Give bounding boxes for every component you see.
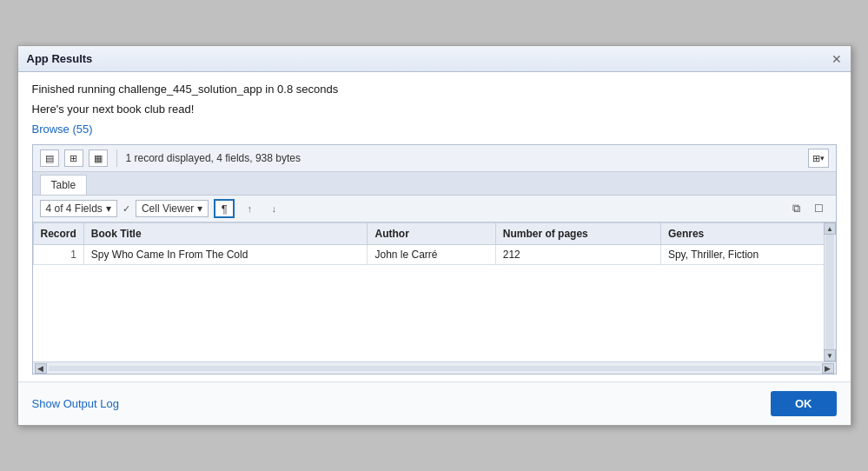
- cell-author: John le Carré: [368, 245, 495, 265]
- tab-table[interactable]: Table: [40, 175, 88, 195]
- scroll-v-track: [825, 235, 834, 349]
- app-results-dialog: App Results ✕ Finished running challenge…: [17, 45, 851, 426]
- output-log-link[interactable]: Show Output Log: [32, 397, 119, 410]
- dialog-body: Finished running challenge_445_solution_…: [18, 72, 851, 381]
- scroll-right-icon: ▶: [825, 364, 831, 373]
- up-arrow-icon: ↑: [248, 203, 253, 214]
- toolbar-separator: [116, 149, 117, 167]
- view-single-icon: ▤: [45, 153, 54, 164]
- cell-pages: 212: [495, 245, 660, 265]
- scroll-up-button[interactable]: ↑: [240, 200, 259, 217]
- record-info: 1 record displayed, 4 fields, 938 bytes: [126, 152, 803, 164]
- view-wide-button[interactable]: ▦: [89, 149, 108, 167]
- scroll-left-button[interactable]: ◀: [35, 363, 47, 374]
- copy-button[interactable]: ⧉: [787, 200, 806, 217]
- toolbar-top: ▤ ⊞ ▦ 1 record displayed, 4 fields, 938 …: [33, 145, 836, 172]
- tab-bar: Table: [33, 172, 836, 196]
- new-doc-icon: ☐: [814, 202, 824, 215]
- ok-button[interactable]: OK: [771, 391, 837, 416]
- paragraph-button[interactable]: ¶: [214, 199, 235, 218]
- table-container: Record Book Title Author Number of pages…: [33, 222, 836, 362]
- expand-button[interactable]: ⊞ ▾: [808, 149, 829, 168]
- scroll-left-icon: ◀: [37, 364, 43, 373]
- toolbar-right-actions: ⧉ ☐: [787, 200, 829, 217]
- browse-link[interactable]: Browse (55): [32, 123, 837, 136]
- down-arrow-icon: ↓: [272, 203, 277, 214]
- scroll-right-button[interactable]: ▶: [822, 363, 834, 374]
- fields-label: 4 of 4 Fields: [46, 202, 103, 215]
- toolbar-second: 4 of 4 Fields ▾ ✓ Cell Viewer ▾ ¶ ↑ ↓: [33, 196, 836, 222]
- next-read-text: Here's your next book club read!: [32, 103, 837, 116]
- scroll-up-v-icon: ▲: [826, 225, 833, 233]
- table-row: 1 Spy Who Came In From The Cold John le …: [33, 245, 835, 265]
- title-bar: App Results ✕: [18, 46, 851, 72]
- vertical-scrollbar[interactable]: ▲ ▼: [824, 222, 836, 362]
- copy-icon: ⧉: [792, 202, 800, 216]
- col-record: Record: [33, 223, 83, 245]
- cell-book-title: Spy Who Came In From The Cold: [83, 245, 368, 265]
- view-single-button[interactable]: ▤: [40, 149, 59, 167]
- col-book-title: Book Title: [83, 223, 368, 245]
- cell-viewer-dropdown[interactable]: Cell Viewer ▾: [136, 200, 209, 217]
- results-panel: ▤ ⊞ ▦ 1 record displayed, 4 fields, 938 …: [32, 144, 837, 375]
- cell-record: 1: [33, 245, 83, 265]
- horizontal-scrollbar[interactable]: ◀ ▶: [33, 362, 836, 374]
- cell-genres: Spy, Thriller, Fiction: [660, 245, 835, 265]
- view-wide-icon: ▦: [94, 153, 103, 164]
- scroll-h-track: [49, 366, 820, 371]
- cell-viewer-chevron-icon: ▾: [197, 202, 202, 215]
- col-genres: Genres: [660, 223, 835, 245]
- view-multi-icon: ⊞: [70, 153, 77, 164]
- table-header-row: Record Book Title Author Number of pages…: [33, 223, 835, 245]
- fields-dropdown[interactable]: 4 of 4 Fields ▾: [40, 200, 117, 217]
- scroll-down-v-button[interactable]: ▼: [824, 349, 836, 362]
- view-multi-button[interactable]: ⊞: [64, 149, 83, 167]
- scroll-down-v-icon: ▼: [826, 352, 833, 360]
- expand-icon: ⊞: [812, 153, 820, 164]
- fields-chevron-icon: ▾: [106, 202, 111, 215]
- results-table: Record Book Title Author Number of pages…: [33, 222, 836, 265]
- new-doc-button[interactable]: ☐: [810, 200, 829, 217]
- close-button[interactable]: ✕: [832, 53, 842, 65]
- dialog-footer: Show Output Log OK: [18, 381, 851, 425]
- col-author: Author: [368, 223, 495, 245]
- scroll-down-button[interactable]: ↓: [264, 200, 283, 217]
- expand-chevron: ▾: [820, 154, 825, 163]
- status-text: Finished running challenge_445_solution_…: [32, 83, 837, 96]
- para-icon: ¶: [222, 202, 228, 216]
- dialog-title: App Results: [27, 52, 93, 65]
- cell-viewer-label: Cell Viewer: [142, 202, 194, 215]
- col-pages: Number of pages: [495, 223, 660, 245]
- check-icon: ✓: [123, 203, 130, 215]
- scroll-up-v-button[interactable]: ▲: [824, 222, 836, 235]
